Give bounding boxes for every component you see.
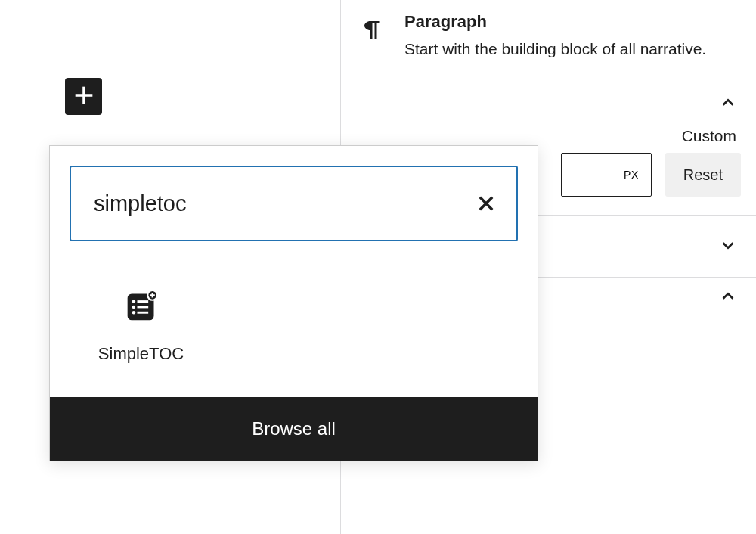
- browse-all-button[interactable]: Browse all: [50, 397, 538, 461]
- block-title: Paragraph: [404, 12, 741, 32]
- reset-button[interactable]: Reset: [665, 153, 741, 197]
- search-box: [70, 166, 518, 241]
- chevron-up-icon: [720, 95, 736, 115]
- inserter-results: SimpleTOC: [50, 249, 538, 397]
- custom-size-label: Custom: [682, 127, 736, 145]
- inserter-search-wrapper: [50, 146, 538, 249]
- block-info-text: Paragraph Start with the building block …: [404, 12, 741, 61]
- svg-point-5: [132, 300, 135, 303]
- svg-point-7: [132, 306, 135, 309]
- unit-label: PX: [624, 169, 639, 181]
- block-info-panel: Paragraph Start with the building block …: [341, 0, 756, 79]
- block-item-label: SimpleTOC: [98, 344, 184, 364]
- svg-rect-8: [137, 306, 148, 308]
- clear-search-button[interactable]: [476, 193, 497, 214]
- chevron-down-icon: [720, 237, 736, 256]
- svg-rect-6: [137, 300, 148, 303]
- font-size-input[interactable]: PX: [561, 153, 652, 197]
- list-plus-icon: [125, 290, 158, 323]
- paragraph-icon: [356, 12, 386, 44]
- svg-rect-10: [137, 312, 148, 314]
- close-icon: [476, 193, 497, 214]
- block-description: Start with the building block of all nar…: [404, 38, 741, 61]
- plus-icon: [71, 82, 97, 111]
- add-block-button[interactable]: [65, 78, 102, 115]
- block-item-simpletoc[interactable]: SimpleTOC: [71, 279, 211, 374]
- search-input[interactable]: [94, 191, 476, 216]
- typography-panel-toggle[interactable]: [356, 92, 741, 118]
- chevron-up-icon: [720, 288, 736, 308]
- svg-point-9: [132, 311, 135, 314]
- block-inserter-popover: SimpleTOC Browse all: [49, 145, 538, 461]
